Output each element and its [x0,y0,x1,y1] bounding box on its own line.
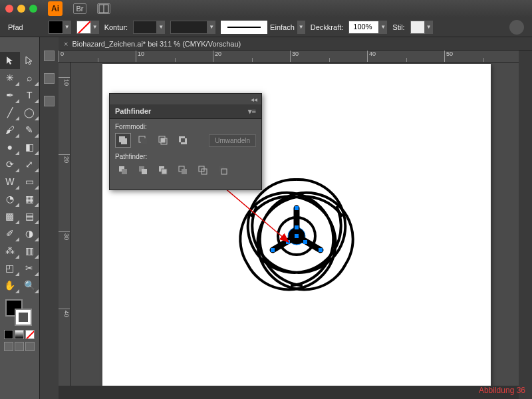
opacity-input[interactable]: 100% [348,21,379,34]
ruler-tick: 10 [136,51,213,62]
draw-inside-icon[interactable] [25,342,35,351]
pathfinder-ops-label: Pathfinder: [115,153,256,160]
perspective-tool[interactable]: ▦ [20,190,40,207]
dock-tab-3[interactable] [44,96,55,106]
ruler-vtick: 30 [59,231,70,309]
width-tool[interactable]: W [0,173,20,190]
minimize-window-button[interactable] [17,5,25,13]
stroke-weight-input[interactable] [133,21,157,34]
brush-selector[interactable] [221,21,267,34]
draw-behind-icon[interactable] [15,342,24,351]
fill-swatch[interactable] [49,21,63,34]
document-tab-title[interactable]: Biohazard_Zeichen.ai* bei 311 % (CMYK/Vo… [72,40,241,48]
svg-marker-39 [26,57,32,65]
figure-caption: Abbildung 36 [479,386,525,395]
zoom-tool[interactable]: 🔍 [20,277,40,294]
lasso-tool[interactable]: ⌕ [20,69,40,86]
horizontal-ruler[interactable]: 0 10 20 30 40 50 [59,51,519,63]
svg-rect-8 [319,248,323,252]
ruler-tick: 30 [290,51,367,62]
shape-tool[interactable]: ◯ [20,104,40,121]
fill-dropdown[interactable]: ▼ [63,21,71,34]
symbol-sprayer-tool[interactable]: ⁂ [0,242,20,259]
blend-tool[interactable]: ◑ [20,225,40,242]
brush-name: Einfach [270,23,295,31]
svg-rect-11 [295,225,299,229]
toolbox: ✳ ⌕ ✒ T ╱ ◯ 🖌 ✎ ● ◧ ⟳ ⤢ W ▭ ◔ ▦ ▩ ▤ ✐ ◑ … [0,37,40,399]
style-dropdown[interactable]: ▼ [425,21,433,34]
crop-button[interactable] [175,163,191,178]
control-bar: Pfad ▼ ▼ Kontur: ▼ ▼ Einfach ▼ Deckkraft… [0,17,532,37]
direct-selection-tool[interactable] [20,52,40,69]
none-mode-icon[interactable] [25,330,35,339]
pencil-tool[interactable]: ✎ [20,121,40,138]
collapsed-dock[interactable] [40,37,59,399]
svg-rect-33 [182,169,187,174]
mesh-tool[interactable]: ▩ [0,207,20,225]
blob-brush-tool[interactable]: ● [0,138,20,156]
draw-normal-icon[interactable] [4,342,13,351]
svg-rect-12 [303,240,307,244]
slice-tool[interactable]: ✂ [20,259,40,277]
shape-builder-tool[interactable]: ◔ [0,190,20,207]
panel-menu-icon[interactable]: ▾≡ [248,107,256,116]
opacity-dropdown[interactable]: ▼ [379,21,387,34]
free-transform-tool[interactable]: ▭ [20,173,40,190]
app-icon: Ai [48,1,63,16]
close-window-button[interactable] [5,5,13,13]
stroke-color-swatch[interactable] [15,309,32,326]
hand-tool[interactable]: ✋ [0,277,20,294]
svg-marker-38 [7,57,13,65]
panel-header[interactable]: ◂◂ [110,94,261,104]
outline-button[interactable] [195,163,211,178]
magic-wand-tool[interactable]: ✳ [0,69,20,86]
right-dock[interactable] [519,51,532,399]
zoom-window-button[interactable] [29,5,37,13]
unite-button[interactable] [115,133,131,148]
pathfinder-panel[interactable]: ◂◂ Pathfinder ▾≡ Formmodi: Umwandeln Pat… [109,93,262,190]
pen-tool[interactable]: ✒ [0,86,20,104]
svg-rect-29 [142,169,147,174]
eyedropper-tool[interactable]: ✐ [0,225,20,242]
selection-tool[interactable] [0,52,20,69]
minus-front-button[interactable] [135,133,151,148]
fill-stroke-control[interactable] [0,298,39,327]
line-tool[interactable]: ╱ [0,104,20,121]
gradient-mode-icon[interactable] [15,330,24,339]
stroke-profile-input[interactable] [170,21,207,34]
bridge-button[interactable]: Br [73,3,86,14]
artboard-tool[interactable]: ◰ [0,259,20,277]
ruler-tick: 50 [444,51,521,62]
stroke-dropdown[interactable]: ▼ [91,21,99,34]
rotate-tool[interactable]: ⟳ [0,156,20,173]
gradient-tool[interactable]: ▤ [20,207,40,225]
graph-tool[interactable]: ▥ [20,242,40,259]
divide-button[interactable] [115,163,131,178]
dock-tab-1[interactable] [44,51,55,61]
trim-button[interactable] [135,163,151,178]
panel-tab-pathfinder[interactable]: Pathfinder ▾≡ [110,104,261,119]
shape-modes-label: Formmodi: [115,123,256,130]
tab-close-icon[interactable]: × [64,40,68,48]
stroke-weight-dropdown[interactable]: ▼ [157,21,165,34]
style-swatch[interactable] [410,21,425,34]
vertical-ruler[interactable]: 10 20 30 40 [59,63,70,386]
stroke-profile-dropdown[interactable]: ▼ [207,21,215,34]
scale-tool[interactable]: ⤢ [20,156,40,173]
paintbrush-tool[interactable]: 🖌 [0,121,20,138]
expand-button[interactable]: Umwandeln [209,134,256,147]
stroke-swatch[interactable] [76,21,91,34]
minus-back-button[interactable] [215,163,231,178]
brush-dropdown[interactable]: ▼ [297,21,305,34]
merge-button[interactable] [155,163,171,178]
panel-collapse-icon[interactable]: ◂◂ [251,96,257,103]
color-mode-icon[interactable] [4,330,13,339]
layout-menu-button[interactable] [97,3,110,14]
eraser-tool[interactable]: ◧ [20,138,40,156]
sync-settings-icon[interactable] [509,20,524,35]
intersect-button[interactable] [155,133,171,148]
ruler-vtick: 10 [59,77,70,154]
type-tool[interactable]: T [20,86,40,104]
exclude-button[interactable] [175,133,191,148]
dock-tab-2[interactable] [44,73,55,84]
